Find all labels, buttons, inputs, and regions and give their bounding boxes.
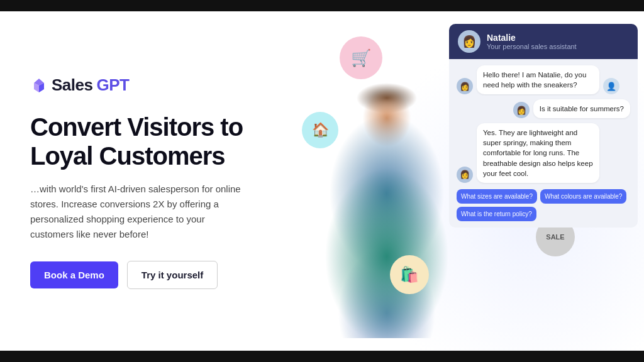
hero-subtext: …with world's first AI-driven salesperso… xyxy=(30,182,244,242)
chat-header: 👩 Natalie Your personal sales assistant xyxy=(449,24,638,59)
top-bar xyxy=(0,0,644,11)
quick-reply-return[interactable]: What is the return policy? xyxy=(457,207,536,221)
chat-message-2: Is it suitable for summers? 👩 xyxy=(457,99,630,118)
agent-bubble-2: Yes. They are lightweight and super spri… xyxy=(477,123,599,182)
agent-info: Natalie Your personal sales assistant xyxy=(487,33,577,50)
agent-mini-avatar-2: 👩 xyxy=(513,102,530,118)
logo-text-gpt: GPT xyxy=(96,75,129,95)
main-wrapper: SalesGPT Convert Visitors to Loyal Custo… xyxy=(0,11,644,351)
chat-message-1: 👩 Hello there! I am Natalie, do you need… xyxy=(457,65,630,94)
agent-role: Your personal sales assistant xyxy=(487,43,577,50)
bottom-bar xyxy=(0,351,644,362)
book-demo-button[interactable]: Book a Demo xyxy=(30,261,118,288)
cart-icon-bubble: 🛒 xyxy=(340,36,382,79)
agent-avatar: 👩 xyxy=(458,30,480,53)
agent-name: Natalie xyxy=(487,33,577,43)
left-section: SalesGPT Convert Visitors to Loyal Custo… xyxy=(0,11,264,351)
logo-text-sales: Sales xyxy=(52,75,92,95)
salesgpt-logo-icon xyxy=(30,77,48,94)
try-yourself-button[interactable]: Try it yourself xyxy=(127,261,218,289)
agent-mini-avatar-3: 👩 xyxy=(457,167,473,183)
quick-reply-colours[interactable]: What colours are available? xyxy=(540,189,626,204)
shop-icon-bubble: 🛍️ xyxy=(390,255,429,294)
chat-widget: 👩 Natalie Your personal sales assistant … xyxy=(449,24,638,228)
chat-messages: 👩 Hello there! I am Natalie, do you need… xyxy=(449,59,638,228)
user-mini-avatar-1: 👤 xyxy=(603,78,619,94)
page-headline: Convert Visitors to Loyal Customers xyxy=(30,112,244,170)
home-icon-bubble: 🏠 xyxy=(302,112,338,148)
chat-message-3: 👩 Yes. They are lightweight and super sp… xyxy=(457,123,630,182)
cta-buttons: Book a Demo Try it yourself xyxy=(30,261,244,289)
agent-bubble-1: Hello there! I am Natalie, do you need h… xyxy=(477,65,599,94)
user-bubble-1: Is it suitable for summers? xyxy=(533,99,630,118)
agent-mini-avatar-1: 👩 xyxy=(457,78,473,94)
logo: SalesGPT xyxy=(30,75,244,95)
quick-replies: What sizes are available? What colours a… xyxy=(457,189,630,221)
right-section: 🛒 🏠 🛍️ SALE 👩 Natalie Your personal sale… xyxy=(264,11,644,351)
quick-reply-sizes[interactable]: What sizes are available? xyxy=(457,189,537,204)
